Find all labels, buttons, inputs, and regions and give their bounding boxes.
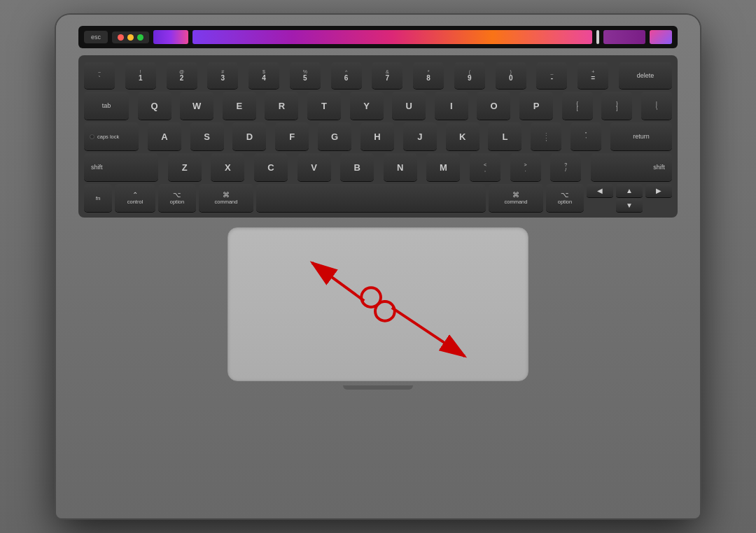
key-6[interactable]: ^6 [331,62,362,89]
key-space[interactable] [256,184,486,212]
key-quote[interactable]: "' [570,122,601,150]
arrow-keys-cluster: ◀ ▲ ▶ ▼ [587,184,672,212]
key-e[interactable]: E [223,92,256,120]
tb-slider-thumb [596,30,599,44]
key-m[interactable]: M [426,153,460,181]
tb-gradient-bar [192,30,592,44]
qwerty-row: tab Q W E R T Y U I O P {[ }] |\ [84,92,672,120]
key-h[interactable]: H [360,122,394,150]
key-c[interactable]: C [254,153,288,181]
key-z[interactable]: Z [168,153,202,181]
key-slash[interactable]: ?/ [550,153,581,181]
key-shift-left[interactable]: shift [84,153,158,181]
key-d[interactable]: D [232,122,266,150]
key-4[interactable]: $4 [248,62,279,89]
key-rbracket[interactable]: }] [601,92,632,120]
key-backtick[interactable]: ~` [84,62,115,89]
key-equals[interactable]: += [578,62,608,89]
key-lbracket[interactable]: {[ [562,92,593,120]
svg-line-2 [312,263,364,301]
key-option-right[interactable]: ⌥ option [546,184,584,212]
key-3[interactable]: #3 [207,62,238,89]
key-b[interactable]: B [340,153,374,181]
key-f[interactable]: F [275,122,309,150]
key-k[interactable]: K [446,122,479,150]
touch-bar: esc [78,26,678,48]
key-l[interactable]: L [488,122,522,150]
key-command-right[interactable]: ⌘ command [489,184,543,212]
key-i[interactable]: I [435,92,468,120]
key-semicolon[interactable]: :; [531,122,561,150]
svg-line-3 [392,308,465,356]
key-backslash[interactable]: |\ [641,92,672,120]
tb-media-control [153,30,188,44]
key-delete[interactable]: delete [619,62,672,89]
key-7[interactable]: &7 [372,62,402,89]
tb-right-section [603,30,645,44]
tb-window-controls [112,31,149,43]
trackpad-container [78,227,678,381]
key-g[interactable]: G [318,122,351,150]
key-x[interactable]: X [211,153,244,181]
key-v[interactable]: V [298,153,331,181]
key-option-left[interactable]: ⌥ option [158,184,196,212]
key-command-left[interactable]: ⌘ command [199,184,253,212]
asdf-row: caps lock A S D F G H J K L :; "' return [84,122,672,150]
key-5[interactable]: %5 [290,62,321,89]
esc-key[interactable]: esc [84,31,108,43]
key-0[interactable]: )0 [496,62,526,89]
key-n[interactable]: N [384,153,417,181]
laptop-bottom-notch [343,385,413,390]
key-arrow-down[interactable]: ▼ [616,199,643,212]
key-arrow-left[interactable]: ◀ [587,184,613,197]
key-r[interactable]: R [265,92,298,120]
key-a[interactable]: A [148,122,181,150]
key-comma[interactable]: <, [470,153,500,181]
number-row: ~` !1 @2 #3 $4 %5 ^6 [84,62,672,89]
key-shift-right[interactable]: shift [591,153,672,181]
key-tab[interactable]: tab [84,92,129,120]
key-fn[interactable]: fn [84,184,112,212]
gesture-annotation [228,228,528,381]
key-9[interactable]: (9 [454,62,485,89]
key-p[interactable]: P [519,92,553,120]
key-s[interactable]: S [190,122,224,150]
key-j[interactable]: J [403,122,437,150]
laptop-body: esc ~` !1 @2 [56,15,700,518]
key-return[interactable]: return [610,122,672,150]
key-2[interactable]: @2 [167,62,197,89]
key-period[interactable]: >. [510,153,541,181]
key-minus[interactable]: _- [536,62,567,89]
key-capslock[interactable]: caps lock [84,122,139,150]
key-8[interactable]: *8 [413,62,444,89]
key-y[interactable]: Y [350,92,384,120]
trackpad[interactable] [227,227,528,381]
key-w[interactable]: W [180,92,214,120]
svg-point-5 [375,301,395,321]
key-t[interactable]: T [307,92,341,120]
keyboard: ~` !1 @2 #3 $4 %5 ^6 [78,55,678,218]
key-u[interactable]: U [392,92,426,120]
key-arrow-up[interactable]: ▲ [616,184,643,197]
key-control[interactable]: ⌃ control [115,184,155,212]
key-q[interactable]: Q [138,92,172,120]
tb-siri-button [650,30,672,44]
zxcv-row: shift Z X C V B N M <, >. ?/ shift [84,153,672,181]
key-o[interactable]: O [477,92,510,120]
key-1[interactable]: !1 [125,62,156,89]
key-arrow-right[interactable]: ▶ [645,184,672,197]
bottom-row: fn ⌃ control ⌥ option ⌘ command ⌘ comman… [84,184,672,212]
